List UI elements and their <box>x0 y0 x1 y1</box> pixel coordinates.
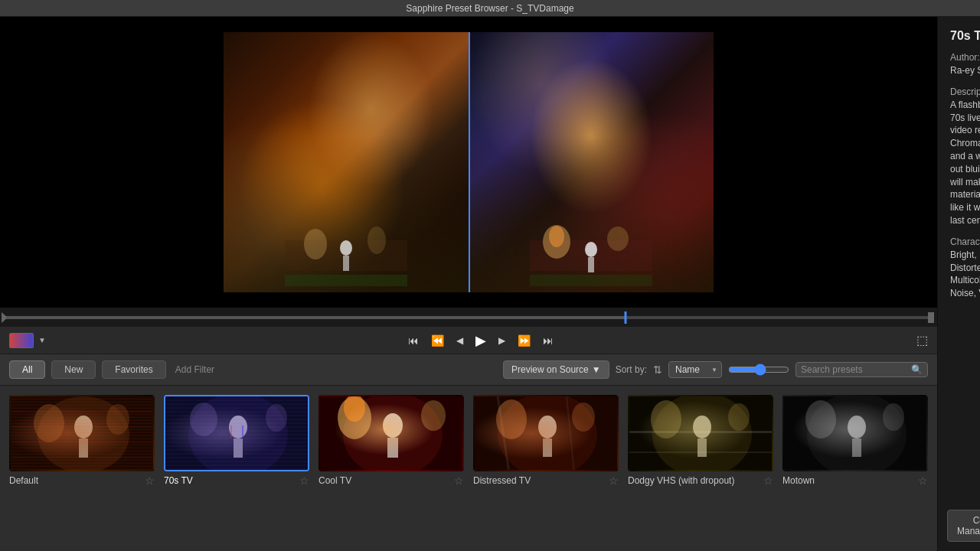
presets-grid: Default ☆ <box>0 386 937 499</box>
presets-right-controls: Preview on Source ▼ Sort by: ⇅ Name Date… <box>503 360 928 379</box>
svg-rect-50 <box>697 439 707 457</box>
preset-item-default[interactable]: Default ☆ <box>9 395 155 490</box>
skip-to-end-button[interactable]: ⏭ <box>540 333 557 348</box>
svg-point-38 <box>344 396 365 422</box>
preset-item-70stv[interactable]: 70s TV ☆ <box>164 395 309 490</box>
preset-thumb-distressed <box>473 395 619 471</box>
window-title: Sapphire Preset Browser - S_TVDamage <box>406 3 573 14</box>
author-value: Ra-ey Saleh <box>950 64 980 77</box>
svg-point-25 <box>229 416 247 439</box>
author-label: Author: <box>950 52 980 63</box>
presets-panel: All New Favorites Add Filter Preview on … <box>0 354 937 551</box>
sort-icon-button[interactable]: ⇅ <box>653 364 662 376</box>
preset-item-motown[interactable]: Motown ☆ <box>782 395 928 490</box>
svg-point-51 <box>651 400 681 439</box>
preset-thumb-70stv <box>164 395 309 471</box>
preset-name-dodgy: Dodgy VHS (with dropout) <box>628 475 734 486</box>
frame-fwd-button[interactable]: ▶ <box>495 334 508 347</box>
preset-thumb-svg-cooltv <box>320 396 464 471</box>
svg-rect-47 <box>629 396 773 471</box>
favorite-default-button[interactable]: ☆ <box>145 474 155 487</box>
tab-all[interactable]: All <box>9 360 45 379</box>
preset-name-cooltv: Cool TV <box>318 475 351 486</box>
search-input[interactable] <box>801 364 908 375</box>
info-panel: 70s TV Author: Ra-ey Saleh Description: … <box>937 17 980 551</box>
preview-source-label: Preview on Source <box>511 364 589 375</box>
preview-source-button[interactable]: Preview on Source ▼ <box>503 360 609 379</box>
preset-thumb-dodgy <box>628 395 773 471</box>
preset-name-motown: Motown <box>782 475 815 486</box>
preset-thumb-cooltv <box>318 395 464 471</box>
svg-point-17 <box>34 404 64 442</box>
color-management-button[interactable]: Color Management <box>947 510 980 542</box>
svg-rect-16 <box>79 439 88 458</box>
tab-new[interactable]: New <box>51 360 96 379</box>
description-value: A flashback to 70s live studio video rec… <box>950 99 980 227</box>
svg-rect-31 <box>242 425 243 438</box>
favorite-motown-button[interactable]: ☆ <box>918 474 928 487</box>
timeline-thumb[interactable] <box>625 311 627 324</box>
svg-rect-30 <box>230 425 232 438</box>
description-label: Description: <box>950 86 980 97</box>
content-area: ▼ ⏮ ⏪ ◀ ▶ ▶ ⏩ ⏭ ⬚ All <box>0 17 937 551</box>
svg-rect-61 <box>784 396 928 471</box>
svg-point-43 <box>496 399 527 439</box>
video-left <box>224 32 469 292</box>
favorite-cooltv-button[interactable]: ☆ <box>454 474 464 487</box>
svg-point-14 <box>38 396 129 471</box>
color-dropdown-arrow[interactable]: ▼ <box>38 336 46 344</box>
step-fwd-button[interactable]: ⏩ <box>514 333 534 348</box>
svg-rect-54 <box>629 452 773 453</box>
svg-point-33 <box>343 396 443 471</box>
svg-rect-55 <box>784 396 928 471</box>
preset-thumb-svg-motown <box>784 396 928 471</box>
preset-item-distressed[interactable]: Distressed TV ☆ <box>473 395 619 490</box>
title-bar: Sapphire Preset Browser - S_TVDamage <box>0 0 980 17</box>
preset-item-cooltv[interactable]: Cool TV ☆ <box>318 395 464 490</box>
svg-point-44 <box>572 403 595 432</box>
favorite-dodgy-button[interactable]: ☆ <box>763 474 773 487</box>
frame-back-button[interactable]: ◀ <box>453 334 466 347</box>
tab-favorites[interactable]: Favorites <box>102 360 165 379</box>
svg-point-5 <box>368 227 386 254</box>
preset-label-row-cooltv: Cool TV ☆ <box>318 471 464 490</box>
export-button[interactable]: ⬚ <box>916 333 928 347</box>
color-swatch[interactable] <box>9 333 34 348</box>
svg-rect-58 <box>852 439 861 457</box>
characteristics-value: Bright, Damage, Distorted, Multicolored,… <box>950 249 980 300</box>
video-right <box>469 32 714 292</box>
svg-point-10 <box>543 225 570 259</box>
controls-left: ▼ <box>9 333 46 348</box>
favorite-distressed-button[interactable]: ☆ <box>609 474 619 487</box>
preset-label-row-dodgy: Dodgy VHS (with dropout) ☆ <box>628 471 773 490</box>
add-filter-button[interactable]: Add Filter <box>175 364 214 375</box>
main-layout: ▼ ⏮ ⏪ ◀ ▶ ▶ ⏩ ⏭ ⬚ All <box>0 17 980 551</box>
timeline[interactable] <box>0 308 937 327</box>
svg-rect-7 <box>530 240 652 271</box>
sort-dropdown[interactable]: Name Date Author <box>668 361 722 378</box>
preview-source-arrow: ▼ <box>592 364 601 375</box>
preset-item-dodgy[interactable]: Dodgy VHS (with dropout) ☆ <box>628 395 773 490</box>
preset-name-70stv: 70s TV <box>164 475 193 486</box>
play-button[interactable]: ▶ <box>472 331 489 350</box>
preset-thumb-motown <box>782 395 928 471</box>
svg-point-48 <box>652 396 752 471</box>
grid-size-slider[interactable] <box>728 364 789 376</box>
preset-thumb-default <box>9 395 155 471</box>
timeline-track[interactable] <box>6 316 931 319</box>
preset-thumb-svg-70stv <box>165 396 309 471</box>
svg-point-56 <box>807 396 906 471</box>
svg-point-49 <box>693 416 711 439</box>
svg-point-57 <box>848 416 866 439</box>
favorite-70stv-button[interactable]: ☆ <box>299 474 309 487</box>
svg-point-34 <box>383 413 403 438</box>
svg-point-41 <box>538 416 557 439</box>
svg-point-24 <box>188 396 288 471</box>
svg-rect-23 <box>165 396 309 471</box>
step-back-button[interactable]: ⏪ <box>428 333 447 348</box>
svg-rect-1 <box>285 240 407 271</box>
svg-point-12 <box>549 226 564 247</box>
skip-to-start-button[interactable]: ⏮ <box>405 333 422 348</box>
svg-point-59 <box>805 400 836 439</box>
search-container: 🔍 <box>795 362 928 377</box>
